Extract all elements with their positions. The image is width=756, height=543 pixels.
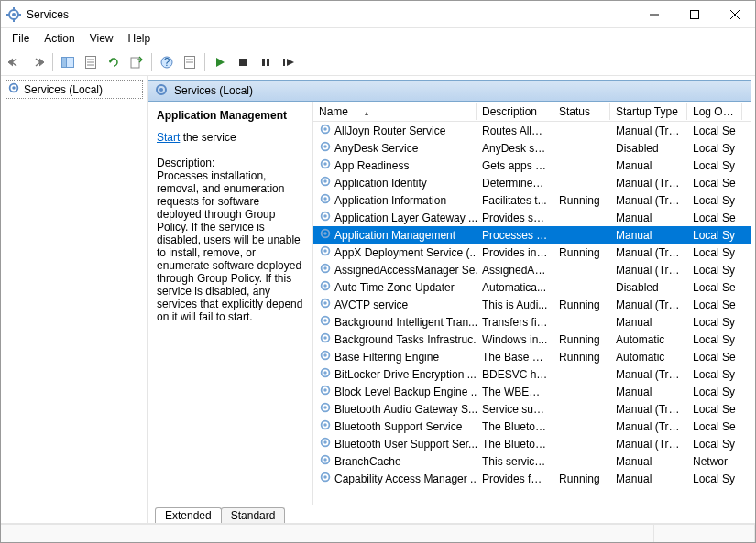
svg-point-55 [323,336,327,340]
nav-label: Services (Local) [24,83,103,96]
service-row[interactable]: Capability Access Manager ...Provides fa… [313,470,751,487]
titlebar: Services [1,1,755,28]
service-name: Background Tasks Infrastruc... [334,333,477,346]
gear-icon [319,279,332,295]
toolbar-separator [52,53,53,71]
service-row[interactable]: Base Filtering EngineThe Base Fil...Runn… [313,348,751,365]
service-desc: BDESVC hos... [477,368,553,381]
col-description[interactable]: Description [477,103,553,120]
properties-button[interactable] [180,52,200,72]
show-hide-tree-button[interactable] [58,52,78,72]
back-button[interactable] [5,52,25,72]
service-desc: The Bluetoo... [477,420,553,433]
services-icon [6,7,21,22]
service-startup: Manual (Trig... [610,264,687,277]
service-startup: Manual (Trig... [610,125,687,137]
col-log-on-as[interactable]: Log On As [687,103,742,120]
close-button[interactable] [715,1,755,27]
service-row[interactable]: Bluetooth Support ServiceThe Bluetoo...M… [313,418,751,435]
service-name: Application Identity [334,177,427,190]
service-name: AnyDesk Service [334,142,418,155]
gear-icon [319,331,332,347]
export-list-button[interactable] [126,52,147,72]
service-desc: Provides inf... [477,246,553,259]
svg-point-67 [323,440,327,444]
view-tabs: Extended Standard [148,505,755,523]
service-row[interactable]: AVCTP serviceThis is Audi...RunningManua… [313,296,751,313]
service-list[interactable]: AllJoyn Router ServiceRoutes AllJo...Man… [313,122,751,505]
service-logon: Local Sy [687,438,742,451]
menu-help[interactable]: Help [121,30,159,47]
service-logon: Local Sy [687,472,742,485]
service-row[interactable]: Bluetooth Audio Gateway S...Service sup.… [313,400,751,418]
service-row[interactable]: Auto Time Zone UpdaterAutomatica...Disab… [313,278,751,296]
svg-point-37 [323,179,327,183]
service-row[interactable]: AssignedAccessManager Se...AssignedAc...… [313,261,751,278]
service-startup: Manual (Trig... [610,368,687,381]
minimize-button[interactable] [634,1,674,27]
properties-toolbar-button[interactable] [81,52,101,72]
svg-point-31 [323,127,327,131]
service-logon: Local Sy [687,142,742,155]
service-status: Running [553,351,610,364]
service-row[interactable]: Application InformationFacilitates t...R… [313,191,751,209]
start-service-link[interactable]: Start [157,131,180,144]
service-row[interactable]: Background Intelligent Tran...Transfers … [313,313,751,331]
service-startup: Manual [610,212,687,224]
svg-point-47 [323,266,327,270]
description-text: Processes installation, removal, and enu… [157,169,303,323]
service-name: Bluetooth Audio Gateway S... [334,403,477,416]
service-name: AVCTP service [334,299,408,311]
gear-icon [319,453,332,469]
maximize-button[interactable] [674,1,715,27]
service-row[interactable]: Application ManagementProcesses in...Man… [313,226,751,244]
pause-service-button[interactable] [256,52,276,72]
start-service-button[interactable] [210,52,230,72]
gear-icon [319,262,332,277]
service-row[interactable]: BitLocker Drive Encryption ...BDESVC hos… [313,365,751,383]
statusbar [1,524,755,542]
service-row[interactable]: App ReadinessGets apps re...ManualLocal … [313,157,751,174]
service-logon: Local Sy [687,333,742,346]
forward-button[interactable] [27,52,48,72]
service-row[interactable]: Background Tasks Infrastruc...Windows in… [313,331,751,348]
service-row[interactable]: AppX Deployment Service (...Provides inf… [313,244,751,261]
stop-service-button[interactable] [233,52,253,72]
service-desc: Routes AllJo... [477,125,553,137]
service-row[interactable]: AnyDesk ServiceAnyDesk su...DisabledLoca… [313,139,751,157]
column-headers: Name▴ Description Status Startup Type Lo… [313,102,751,122]
menu-action[interactable]: Action [37,30,82,47]
service-name: Application Information [334,194,446,207]
svg-point-57 [323,353,327,357]
service-desc: This service ... [477,455,553,468]
service-desc: Provides su... [477,212,553,224]
service-row[interactable]: BranchCacheThis service ...ManualNetwor [313,452,751,470]
col-startup-type[interactable]: Startup Type [610,103,687,120]
gear-icon [319,192,332,208]
service-name: AllJoyn Router Service [334,125,445,137]
tab-extended[interactable]: Extended [155,507,222,523]
start-service-rest: the service [180,131,236,144]
service-desc: Automatica... [477,281,553,294]
service-row[interactable]: Bluetooth User Support Ser...The Bluetoo… [313,435,751,452]
service-name: BranchCache [334,455,401,468]
refresh-button[interactable] [104,52,124,72]
gear-icon [319,210,332,225]
service-row[interactable]: Application Layer Gateway ...Provides su… [313,209,751,226]
service-startup: Manual (Trig... [610,299,687,311]
help-button[interactable]: ? [157,52,177,72]
menu-view[interactable]: View [82,30,121,47]
service-row[interactable]: AllJoyn Router ServiceRoutes AllJo...Man… [313,122,751,139]
gear-icon [319,297,332,312]
menu-file[interactable]: File [5,30,37,47]
col-status[interactable]: Status [553,103,610,120]
col-name[interactable]: Name▴ [313,103,477,120]
svg-rect-25 [283,59,285,66]
tab-standard[interactable]: Standard [221,507,286,523]
service-desc: This is Audi... [477,299,553,311]
nav-services-local[interactable]: Services (Local) [5,80,143,99]
service-row[interactable]: Application IdentityDetermines ...Manual… [313,174,751,191]
gear-icon [319,140,332,156]
restart-service-button[interactable] [279,52,299,72]
service-row[interactable]: Block Level Backup Engine ...The WBENG..… [313,383,751,400]
